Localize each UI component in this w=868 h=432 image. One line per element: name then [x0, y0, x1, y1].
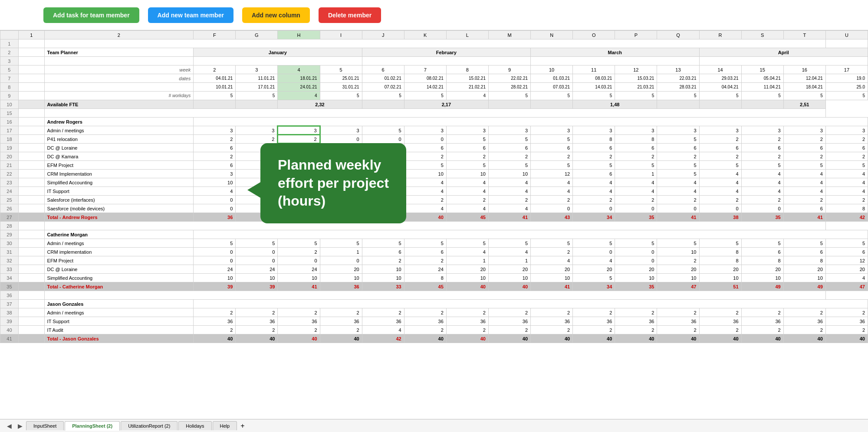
total-jason-gonzales: Total - Jason Gonzales	[44, 334, 194, 343]
row-38-admin-jason: 38 Admin / meetings 2222222222222222	[0, 308, 868, 317]
row-40-it-audit-jason: 40 IT Audit 2222422222222222	[0, 326, 868, 334]
row-32-efm-cat: 32 EFM Project 00002211440288812	[0, 256, 868, 265]
row-8-dates-bot: 8 10.01.21 17.01.21 24.01.21 31.01.21 07…	[0, 83, 868, 92]
row-30-admin-cat: 30 Admin / meetings 5555555555555555	[0, 239, 868, 248]
row-7-dates-top: 7 dates 04.01.21 11.01.21 18.01.21 25.01…	[0, 74, 868, 83]
task-name: Salesforce (interfaces)	[44, 196, 194, 204]
total-catherine-morgan: Total - Catherine Morgan	[44, 282, 194, 291]
tooltip-arrow	[247, 177, 269, 203]
highlighted-cell: 3	[278, 126, 320, 135]
row-10-available-fte: 10 Available FTE 2,32 2,17 1,48	[0, 100, 868, 109]
row-22-crm: 22 CRM Implementation 300101010101012615…	[0, 170, 868, 178]
simplified-accounting-cat: Simplified Accounting	[44, 274, 194, 282]
row-34-simplified-cat: 34 Simplified Accounting 101010101081010…	[0, 274, 868, 282]
task-name: CRM implementation	[44, 248, 194, 256]
add-column-button[interactable]: Add new column	[242, 7, 310, 23]
simplified-accounting-andrew: Simplified Accounting	[44, 178, 194, 187]
row-41-total-jason: 41 Total - Jason Gonzales 40 40 40 40 42…	[0, 334, 868, 343]
row-39-it-support-jason: 39 IT Support 36363636363636363636363636…	[0, 317, 868, 326]
col-header-row: 1 2 F G H I J K L M N O P Q R	[0, 31, 868, 39]
row-18-p41: 18 P41 relocation 2220005558852222	[0, 135, 868, 144]
tab-help[interactable]: Help	[213, 421, 237, 430]
row-26-saesforce-mob: 26 Saesforce (mobile devices) 0000444400…	[0, 204, 868, 213]
row-36: 36	[0, 291, 868, 300]
tab-input-sheet[interactable]: InputSheet	[26, 421, 64, 430]
row-5-weeks: 5 week 2 3 4 5 6 7 8 9 10 11 12	[0, 65, 868, 74]
row-2-title: 2 Team Planner January February March Ap…	[0, 48, 868, 57]
tab-prev-button[interactable]: ◀	[4, 422, 14, 430]
task-name: DC @ Loraine	[44, 265, 194, 274]
row-21-efm: 21 EFM Project 6528555555555555	[0, 161, 868, 170]
row-1: 1	[0, 39, 868, 48]
task-name: CRM Implementation	[44, 170, 194, 178]
available-fte-jan: 2,32	[278, 100, 362, 109]
available-fte-mar: 1,48	[573, 100, 657, 109]
task-name: P41 relocation	[44, 135, 194, 144]
workdays-label: # workdays	[44, 92, 194, 100]
month-march: March	[531, 48, 699, 57]
week-label: week	[44, 65, 194, 74]
add-task-button[interactable]: Add task for team member	[43, 7, 139, 23]
task-name: IT Audit	[44, 326, 194, 334]
tab-holidays[interactable]: Holidays	[178, 421, 211, 430]
task-name: Admin / meetings	[44, 308, 194, 317]
jason-gonzales-header: Jason Gonzales	[44, 300, 194, 308]
row-20-dc-kamara: 20 DC @ Kamara 2222222222222222	[0, 152, 868, 161]
total-andrew-rogers: Total - Andrew Rogers	[44, 213, 194, 222]
row-31-crm-cat: 31 CRM implementation 00216644200108666	[0, 248, 868, 256]
team-planner-title: Team Planner	[44, 48, 194, 57]
tab-next-button[interactable]: ▶	[15, 422, 25, 430]
row-23-simplified: 23 Simplified Accounting 101012444444444…	[0, 178, 868, 187]
task-name: IT Support	[44, 317, 194, 326]
task-name: Saesforce (mobile devices)	[44, 204, 194, 213]
row-35-total-cat: 35 Total - Catherine Morgan 39 39 41 36 …	[0, 282, 868, 291]
row-9-workdays: 9 # workdays 5 5 4 5 5 5 4 5 5 5 5	[0, 92, 868, 100]
row-3: 3	[0, 57, 868, 65]
main-grid: 1 2 F G H I J K L M N O P Q R	[0, 30, 868, 343]
sheet-area: Planned weeklyeffort per project(hours)	[0, 30, 868, 432]
task-name: EFM Project	[44, 256, 194, 265]
tab-add-button[interactable]: +	[238, 422, 247, 430]
task-name: DC @ Loraine	[44, 144, 194, 152]
available-fte-apr: 2,51	[783, 100, 825, 109]
row-17-admin: 17 Admin / meetings 33 3 3533333333333	[0, 126, 868, 135]
available-fte-label: Available FTE	[44, 100, 194, 109]
toolbar: Add task for team member Add new team me…	[0, 0, 868, 30]
add-member-button[interactable]: Add new team member	[148, 7, 233, 23]
month-february: February	[362, 48, 530, 57]
row-25-salesforce-if: 25 Salesforce (interfaces) 0302222222222…	[0, 196, 868, 204]
task-name: Admin / meetings	[44, 239, 194, 248]
andrew-rogers-header: Andrew Rogers	[44, 118, 194, 126]
tab-bar: ◀ ▶ InputSheet PlanningSheet (2) Utiliza…	[0, 419, 868, 432]
catherine-morgan-header: Catherine Morgan	[44, 230, 194, 239]
spreadsheet[interactable]: 1 2 F G H I J K L M N O P Q R	[0, 30, 868, 419]
delete-member-button[interactable]: Delete member	[319, 7, 381, 23]
row-19-dc-loraine: 19 DC @ Loraine 6666366666666666	[0, 144, 868, 152]
tab-utilization-report[interactable]: UtilizationReport (2)	[121, 421, 178, 430]
row-15: 15	[0, 109, 868, 118]
tab-planning-sheet[interactable]: PlanningSheet (2)	[65, 421, 120, 431]
task-name: IT Support	[44, 187, 194, 196]
available-fte-feb: 2,17	[404, 100, 488, 109]
task-name: Admin / meetings	[44, 126, 194, 135]
row-24-it-support: 24 IT Support 4444444444444444	[0, 187, 868, 196]
task-name: EFM Project	[44, 161, 194, 170]
section-andrew-rogers: 16 Andrew Rogers	[0, 118, 868, 126]
section-jason-gonzales: 37 Jason Gonzales	[0, 300, 868, 308]
dates-label: dates	[44, 74, 194, 83]
section-catherine-morgan: 29 Catherine Morgan	[0, 230, 868, 239]
row-33-dc-loraine-cat: 33 DC @ Loraine 242424201024202020202020…	[0, 265, 868, 274]
row-28: 28	[0, 222, 868, 230]
task-name: DC @ Kamara	[44, 152, 194, 161]
month-april: April	[699, 48, 868, 57]
month-january: January	[194, 48, 362, 57]
row-27-total-andrew: 27 Total - Andrew Rogers 36 35 31 44 39 …	[0, 213, 868, 222]
